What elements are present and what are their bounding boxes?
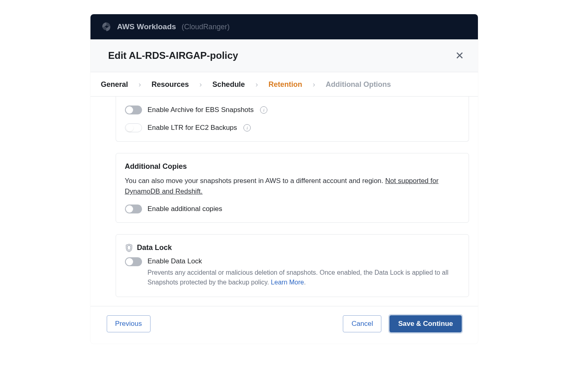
step-schedule[interactable]: Schedule: [209, 79, 248, 90]
data-lock-title: Data Lock: [137, 243, 172, 252]
toggle-label-ltr-ec2: Enable LTR for EC2 Backups: [148, 124, 237, 132]
app-topbar: AWS Workloads (CloudRanger): [90, 14, 478, 39]
toggle-row-ltr-ec2: Enable LTR for EC2 Backups i: [125, 123, 460, 132]
toggle-enable-additional-copies[interactable]: [125, 205, 142, 213]
step-retention[interactable]: Retention: [265, 79, 306, 90]
data-lock-toggle-label: Enable Data Lock: [148, 257, 460, 265]
step-additional-options[interactable]: Additional Options: [323, 79, 394, 90]
data-lock-title-row: Data Lock: [125, 243, 460, 252]
modal-content: Enable Archive for EBS Snapshots i Enabl…: [90, 97, 478, 297]
toggle-enable-archive-ebs[interactable]: [125, 106, 142, 114]
info-icon[interactable]: i: [243, 124, 251, 131]
chevron-right-icon: ›: [192, 80, 209, 89]
toggle-row-additional-copies: Enable additional copies: [125, 205, 460, 213]
data-lock-text: Enable Data Lock Prevents any accidental…: [148, 257, 460, 288]
info-icon[interactable]: i: [260, 106, 267, 114]
data-lock-desc: Prevents any accidental or malicious del…: [148, 268, 460, 288]
toggle-enable-data-lock[interactable]: [125, 257, 142, 266]
chevron-right-icon: ›: [131, 80, 148, 89]
app-logo-icon: [101, 22, 112, 32]
toggle-label-ebs-archive: Enable Archive for EBS Snapshots: [148, 106, 254, 114]
data-lock-card: Data Lock Enable Data Lock Prevents any …: [116, 234, 469, 297]
toggle-enable-ltr-ec2[interactable]: [125, 123, 142, 132]
modal-footer: Previous Cancel Save & Continue: [90, 306, 478, 344]
learn-more-link[interactable]: Learn More: [271, 279, 304, 286]
data-lock-block: Enable Data Lock Prevents any accidental…: [125, 257, 460, 288]
shield-icon: [125, 243, 133, 252]
wizard-steps: General › Resources › Schedule › Retenti…: [90, 72, 478, 97]
app-title: AWS Workloads: [117, 22, 176, 31]
additional-copies-card: Additional Copies You can also move your…: [116, 153, 469, 223]
modal-title: Edit AL-RDS-AIRGAP-policy: [108, 50, 238, 61]
additional-copies-title: Additional Copies: [125, 162, 460, 171]
cancel-button[interactable]: Cancel: [343, 315, 381, 332]
additional-copies-desc: You can also move your snapshots present…: [125, 176, 460, 197]
previous-button[interactable]: Previous: [107, 315, 151, 332]
retention-toggles-card: Enable Archive for EBS Snapshots i Enabl…: [116, 97, 469, 142]
chevron-right-icon: ›: [248, 80, 265, 89]
additional-copies-desc-text: You can also move your snapshots present…: [125, 177, 385, 185]
toggle-row-ebs-archive: Enable Archive for EBS Snapshots i: [125, 106, 460, 114]
step-general[interactable]: General: [98, 79, 131, 90]
step-resources[interactable]: Resources: [148, 79, 192, 90]
save-continue-button[interactable]: Save & Continue: [389, 315, 461, 332]
close-icon[interactable]: ✕: [455, 50, 464, 61]
modal-titlebar: Edit AL-RDS-AIRGAP-policy ✕: [90, 39, 478, 72]
footer-right-group: Cancel Save & Continue: [343, 315, 461, 332]
chevron-right-icon: ›: [306, 80, 323, 89]
app-context: (CloudRanger): [182, 23, 230, 31]
policy-edit-modal: AWS Workloads (CloudRanger) Edit AL-RDS-…: [90, 14, 478, 344]
toggle-label-additional-copies: Enable additional copies: [148, 205, 222, 213]
